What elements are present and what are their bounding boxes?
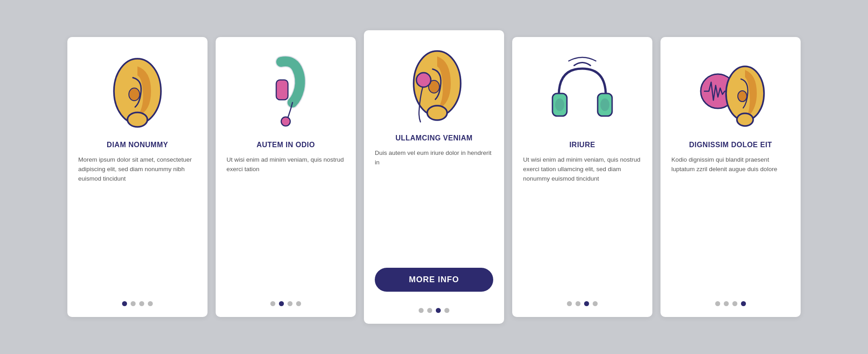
dot <box>139 301 144 306</box>
card-2-text: Ut wisi enim ad minim veniam, quis nostr… <box>226 155 345 293</box>
dot <box>567 301 572 306</box>
dot-active <box>279 301 284 306</box>
hearing-aid-icon <box>250 51 322 132</box>
card-1-text: Morem ipsum dolor sit amet, consectetuer… <box>78 155 197 293</box>
card-1-title: DIAM NONUMMY <box>107 141 168 149</box>
dot <box>270 301 275 306</box>
card-5-dots <box>715 301 746 306</box>
dot <box>732 301 737 306</box>
dot <box>593 301 598 306</box>
card-1-dots <box>122 301 153 306</box>
card-4-text: Ut wisi enim ad minim veniam, quis nostr… <box>523 155 642 293</box>
svg-point-2 <box>127 112 147 127</box>
svg-point-16 <box>737 113 753 126</box>
card-3-text: Duis autem vel eum iriure dolor in hendr… <box>375 149 493 260</box>
card-3-title: ULLAMCING VENIAM <box>396 134 473 142</box>
svg-point-12 <box>600 98 609 111</box>
card-5: DIGNISSIM DOLOE EIT Kodio dignissim qui … <box>660 37 801 317</box>
dot <box>444 308 449 313</box>
dot <box>131 301 136 306</box>
svg-point-4 <box>281 117 290 126</box>
dot-active <box>584 301 589 306</box>
svg-point-11 <box>555 98 564 111</box>
dot <box>724 301 729 306</box>
dot-active <box>741 301 746 306</box>
card-2: AUTEM IN ODIO Ut wisi enim ad minim veni… <box>216 37 356 317</box>
card-4: IRIURE Ut wisi enim ad minim veniam, qui… <box>512 37 652 317</box>
card-5-title: DIGNISSIM DOLOE EIT <box>689 141 772 149</box>
card-2-dots <box>270 301 301 306</box>
svg-point-15 <box>738 91 747 102</box>
dot-active <box>122 301 127 306</box>
card-3-dots <box>419 308 449 313</box>
svg-point-7 <box>427 106 447 120</box>
dot <box>288 301 292 306</box>
card-4-title: IRIURE <box>569 141 595 149</box>
card-2-title: AUTEM IN ODIO <box>256 141 315 149</box>
dot <box>427 308 432 313</box>
svg-point-8 <box>416 73 431 87</box>
dot <box>148 301 153 306</box>
card-4-dots <box>567 301 598 306</box>
dot <box>576 301 580 306</box>
more-info-button[interactable]: MORE INFO <box>375 268 493 292</box>
card-5-text: Kodio dignissim qui blandit praesent lup… <box>671 155 790 293</box>
dot-active <box>436 308 441 313</box>
svg-rect-3 <box>276 80 288 100</box>
headphones-icon <box>546 51 618 132</box>
svg-point-1 <box>129 88 140 101</box>
ear-sound-icon <box>694 51 767 132</box>
ear-earbud-icon <box>398 44 470 125</box>
card-1: DIAM NONUMMY Morem ipsum dolor sit amet,… <box>67 37 208 317</box>
card-3: ULLAMCING VENIAM Duis autem vel eum iriu… <box>364 30 504 324</box>
dot <box>296 301 301 306</box>
ear-icon <box>101 51 174 132</box>
dot <box>715 301 720 306</box>
cards-container: DIAM NONUMMY Morem ipsum dolor sit amet,… <box>40 12 828 342</box>
dot <box>419 308 424 313</box>
